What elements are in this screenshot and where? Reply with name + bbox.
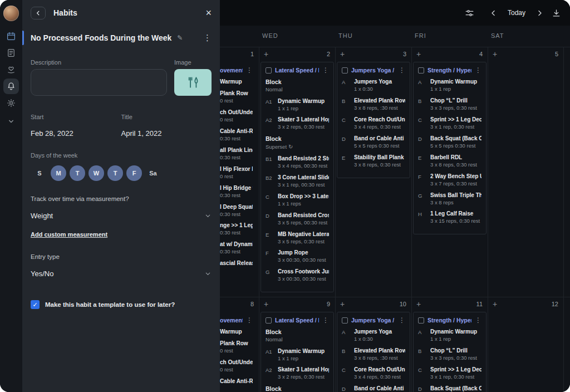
habit-menu-icon[interactable]: ⋮ xyxy=(203,33,212,43)
template-checkbox[interactable]: ✓ xyxy=(31,300,40,309)
workout-checkbox[interactable] xyxy=(418,317,424,324)
workout-title[interactable]: Jumpers Yoga / Core xyxy=(351,67,395,74)
add-workout-button[interactable]: + xyxy=(264,51,268,57)
add-custom-measurement-link[interactable]: Add custom measurement xyxy=(31,231,107,238)
exercise-detail: 1 x 1 rep xyxy=(430,336,481,342)
workout-menu-icon[interactable]: ⋮ xyxy=(399,317,405,324)
previous-week-button[interactable] xyxy=(489,9,498,17)
workout-checkbox[interactable] xyxy=(266,67,272,74)
settings-gear-icon[interactable] xyxy=(3,95,19,111)
workout-title[interactable]: ovement Q... xyxy=(220,67,243,74)
day-toggle-m[interactable]: M xyxy=(51,165,66,181)
day-of-week-header: WED xyxy=(262,32,278,39)
exercise-detail: 3 x 1 rep, 00:30 rest xyxy=(278,182,329,188)
exercise-body: Band Resisted 2 Step Late...3 x 4 reps, … xyxy=(278,155,329,169)
exercise-name: Dynamic Warmup xyxy=(430,79,481,85)
exercise-name: Band or Cable Anti Rotati... xyxy=(354,135,405,142)
workout-menu-icon[interactable]: ⋮ xyxy=(322,67,329,74)
workout-title[interactable]: Strength / Hypertro... xyxy=(428,67,471,74)
exercise-body: Chop “L” Drill3 x 3 reps, 0:30 rest xyxy=(430,347,481,361)
workout-checkbox[interactable] xyxy=(266,317,272,324)
day-toggle-f[interactable]: F xyxy=(126,165,142,181)
exercise-name: Plank Row xyxy=(220,90,253,97)
exercise-detail: 3 x 2 reps, 0:30 rest xyxy=(278,124,329,130)
add-workout-button[interactable]: + xyxy=(493,51,497,57)
exercise-name: Jumpers Yoga xyxy=(354,329,405,335)
exercise-label: E xyxy=(266,231,278,245)
exercise-detail: 0:30 rest xyxy=(220,249,253,255)
day-toggle-sa[interactable]: Sa xyxy=(145,165,161,181)
exercise-label: E xyxy=(342,154,354,168)
add-workout-button[interactable]: + xyxy=(264,301,268,307)
workout-checkbox[interactable] xyxy=(418,67,424,74)
exercise-label: F xyxy=(266,249,278,263)
workout-title[interactable]: Strength / Hypertro... xyxy=(428,317,471,324)
day-toggle-s[interactable]: S xyxy=(32,165,47,181)
workout-title[interactable]: Lateral Speed / Plyo xyxy=(275,317,319,324)
block-name: Block xyxy=(266,135,329,143)
description-image-row xyxy=(31,69,212,96)
exercise-body: l Hip Flexor Rais...0 rest xyxy=(220,166,253,180)
download-icon[interactable] xyxy=(552,8,561,18)
filters-icon[interactable] xyxy=(464,8,475,18)
end-date-value[interactable]: April 1, 2022 xyxy=(121,129,212,138)
workout-menu-icon[interactable]: ⋮ xyxy=(322,317,329,324)
add-workout-button[interactable]: + xyxy=(340,301,345,307)
next-week-button[interactable] xyxy=(535,9,544,17)
entry-type-select[interactable]: Yes/No xyxy=(31,268,212,279)
days-of-week-label: Days of the week xyxy=(31,152,212,159)
documents-icon[interactable] xyxy=(3,45,19,61)
entry-type-value: Yes/No xyxy=(31,270,53,278)
health-heart-icon[interactable] xyxy=(3,62,19,77)
exercise-body: Swiss Ball Triple Threat3 x 8 reps xyxy=(430,192,481,206)
exercise-detail: 0 rest xyxy=(220,348,253,354)
calendar-icon[interactable] xyxy=(3,28,19,44)
collapse-chevron-icon[interactable] xyxy=(3,114,19,129)
edit-icon[interactable]: ✎ xyxy=(177,34,183,42)
exercise-name: ascial Release C... xyxy=(220,260,253,267)
exercise-name: Core Reach Out/Under xyxy=(354,116,405,123)
habit-title: No Processed Foods During the Week xyxy=(31,33,171,42)
workout-checkbox[interactable] xyxy=(342,317,348,324)
day-toggle-t[interactable]: T xyxy=(70,165,85,181)
exercise-item: Plank Row0 rest xyxy=(220,90,253,104)
avatar[interactable] xyxy=(3,6,19,21)
workout-title[interactable]: Jumpers Yoga / Core xyxy=(351,317,395,324)
exercise-body: Jump Rope3 x 00:30, 00:30 rest xyxy=(278,249,329,263)
workout-title[interactable]: Lateral Speed / Plyo xyxy=(275,67,319,74)
exercise-name: Dynamic Warmup xyxy=(278,98,329,105)
day-toggle-w[interactable]: W xyxy=(89,165,104,181)
workout-menu-icon[interactable]: ⋮ xyxy=(475,317,481,324)
exercise-detail: 5 x 5 reps 0:30 rest xyxy=(354,143,405,149)
today-button[interactable]: Today xyxy=(508,9,525,17)
exercise-item: FJump Rope3 x 00:30, 00:30 rest xyxy=(266,249,329,263)
template-checkbox-label: Make this habit a template to use for la… xyxy=(45,301,175,308)
exercise-label: G xyxy=(266,268,278,282)
workout-checkbox[interactable] xyxy=(342,67,348,74)
add-workout-button[interactable]: + xyxy=(493,301,497,307)
exercise-body: Cable Anti-Rotati...0:30 rest xyxy=(220,128,253,142)
start-date-value[interactable]: Feb 28, 2022 xyxy=(31,129,121,138)
workout-menu-icon[interactable]: ⋮ xyxy=(475,67,481,74)
add-workout-button[interactable]: + xyxy=(416,51,421,57)
workout-menu-icon[interactable]: ⋮ xyxy=(246,67,253,74)
template-checkbox-row[interactable]: ✓ Make this habit a template to use for … xyxy=(31,300,212,309)
add-workout-button[interactable]: + xyxy=(340,51,345,57)
back-button[interactable] xyxy=(31,7,46,19)
workout-title[interactable]: ovement Q... xyxy=(220,317,243,324)
day-number: 8 xyxy=(250,301,254,307)
day-number: 11 xyxy=(476,301,483,307)
workout-menu-icon[interactable]: ⋮ xyxy=(399,67,405,74)
workout-menu-icon[interactable]: ⋮ xyxy=(246,317,253,324)
close-icon[interactable]: × xyxy=(205,8,212,18)
image-picker[interactable] xyxy=(174,69,212,96)
exercise-label: G xyxy=(418,192,430,206)
workout-card: Strength / Hypertro...⋮ADynamic Warmup1 … xyxy=(413,312,487,392)
notifications-bell-icon[interactable] xyxy=(3,79,19,94)
add-workout-button[interactable]: + xyxy=(416,301,421,307)
description-input[interactable] xyxy=(31,69,167,96)
exercise-name: Dynamic Warmup xyxy=(278,348,329,355)
measurement-select[interactable]: Weight xyxy=(31,210,212,221)
day-toggle-t[interactable]: T xyxy=(107,165,123,181)
exercise-name: Back Squat (Back Off Set) xyxy=(430,135,481,142)
